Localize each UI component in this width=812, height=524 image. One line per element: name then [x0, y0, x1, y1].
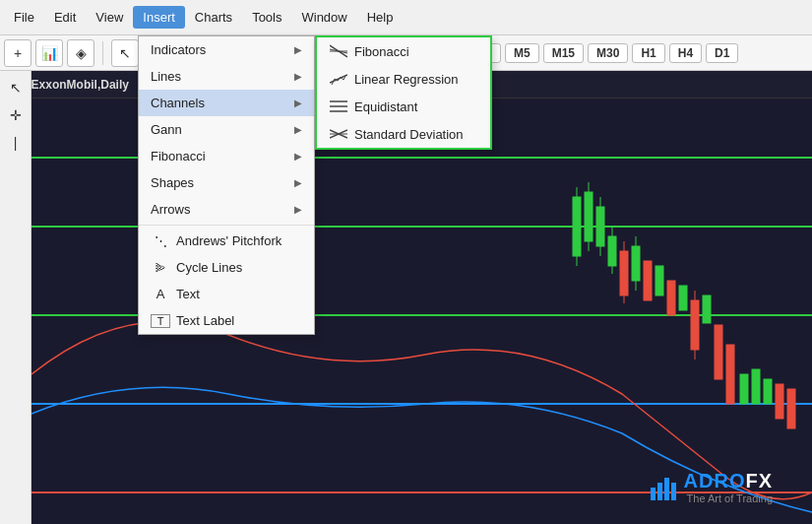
chart-btn[interactable]: 📊 — [35, 39, 63, 67]
svg-rect-25 — [667, 281, 675, 315]
equidistant-icon — [329, 98, 348, 114]
svg-rect-32 — [651, 488, 656, 500]
svg-rect-16 — [656, 266, 663, 295]
menu-edit[interactable]: Edit — [44, 6, 86, 29]
cursor-tool[interactable]: ↖ — [3, 75, 29, 100]
menu-andrews-pitchfork[interactable]: ⋱ Andrews' Pitchfork — [139, 228, 314, 254]
channels-submenu: Fibonacci Linear Regression Equidistant — [315, 35, 492, 150]
arrow-icon: ▶ — [294, 44, 302, 55]
menu-arrows[interactable]: Arrows ▶ — [139, 196, 314, 223]
left-toolbar: ↖ ✛ | — [0, 71, 31, 524]
channel-linear-regression[interactable]: Linear Regression — [317, 65, 490, 93]
svg-rect-33 — [657, 483, 662, 500]
menu-text-label[interactable]: T Text Label — [139, 307, 314, 334]
arrow-icon: ▶ — [294, 71, 302, 82]
menu-file[interactable]: File — [4, 6, 44, 29]
pitchfork-icon: ⋱ — [151, 233, 170, 248]
menubar: File Edit View Insert Charts Tools Windo… — [0, 0, 812, 35]
svg-rect-18 — [703, 295, 711, 323]
svg-rect-28 — [715, 325, 722, 379]
svg-rect-20 — [752, 369, 760, 404]
channel-fibonacci[interactable]: Fibonacci — [317, 37, 490, 65]
linear-regression-icon — [329, 71, 348, 87]
menu-text[interactable]: A Text — [139, 281, 314, 307]
svg-rect-24 — [644, 261, 652, 300]
menu-lines[interactable]: Lines ▶ — [139, 63, 314, 90]
arrow-icon: ▶ — [294, 204, 302, 215]
new-order-btn[interactable]: + — [4, 39, 31, 67]
tf-m15[interactable]: M15 — [543, 43, 584, 63]
menu-charts[interactable]: Charts — [185, 6, 242, 29]
svg-rect-17 — [679, 286, 687, 310]
channel-equidistant[interactable]: Equidistant — [317, 93, 490, 120]
tf-d1[interactable]: D1 — [706, 43, 738, 63]
cycle-icon: ⫸ — [151, 260, 170, 275]
svg-rect-30 — [776, 384, 783, 419]
arrow-icon: ▶ — [294, 98, 302, 108]
indicator-btn[interactable]: ◈ — [67, 39, 94, 67]
svg-rect-21 — [764, 379, 772, 404]
insert-dropdown: Indicators ▶ Lines ▶ Channels ▶ Gann ▶ F… — [138, 35, 315, 335]
tf-h1[interactable]: H1 — [632, 43, 664, 63]
tf-h4[interactable]: H4 — [669, 43, 702, 63]
menu-cycle-lines[interactable]: ⫸ Cycle Lines — [139, 254, 314, 281]
arrow-tool[interactable]: ↖ — [111, 39, 139, 67]
fibonacci-icon — [329, 43, 348, 59]
brand-tagline: The Art of Trading — [684, 492, 773, 504]
svg-rect-34 — [664, 478, 669, 500]
vline-tool[interactable]: | — [3, 130, 29, 156]
standard-deviation-icon — [329, 126, 348, 142]
sep1 — [102, 41, 103, 65]
svg-rect-19 — [740, 374, 748, 404]
menu-shapes[interactable]: Shapes ▶ — [139, 169, 314, 196]
chart-title: #ExxonMobil,Daily — [25, 78, 129, 92]
menu-indicators[interactable]: Indicators ▶ — [139, 36, 314, 63]
menu-insert[interactable]: Insert — [133, 6, 185, 29]
text-label-icon: T — [151, 314, 170, 328]
text-a-icon: A — [151, 287, 170, 301]
menu-gann[interactable]: Gann ▶ — [139, 116, 314, 143]
separator — [139, 225, 314, 226]
menu-fibonacci[interactable]: Fibonacci ▶ — [139, 143, 314, 169]
menu-window[interactable]: Window — [291, 6, 356, 29]
channel-standard-deviation[interactable]: Standard Deviation — [317, 120, 490, 148]
menu-help[interactable]: Help — [357, 6, 404, 29]
arrow-icon: ▶ — [294, 151, 302, 162]
svg-rect-29 — [726, 345, 734, 404]
menu-tools[interactable]: Tools — [242, 6, 291, 29]
plus-tool[interactable]: ✛ — [3, 102, 29, 128]
menu-channels[interactable]: Channels ▶ — [139, 90, 314, 116]
svg-rect-35 — [671, 483, 676, 500]
tf-m30[interactable]: M30 — [588, 43, 628, 63]
tf-m5[interactable]: M5 — [505, 43, 539, 63]
arrow-icon: ▶ — [294, 124, 302, 135]
brand-logo: ADROFX The Art of Trading — [649, 470, 773, 504]
arrow-icon: ▶ — [294, 177, 302, 188]
menu-view[interactable]: View — [86, 6, 133, 29]
svg-rect-31 — [787, 389, 795, 428]
